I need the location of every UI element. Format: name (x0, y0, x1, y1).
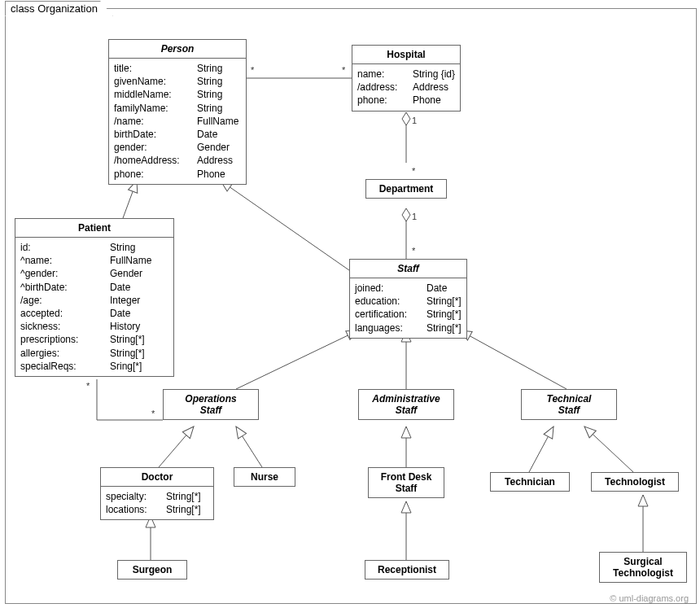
class-surgeon: Surgeon (117, 560, 187, 580)
class-patient: Patient id:String^name:FullName^gender:G… (15, 218, 174, 377)
multiplicity: * (412, 246, 415, 256)
class-title: Hospital (352, 46, 460, 64)
class-title: Person (109, 40, 246, 59)
class-title: Receptionist (365, 561, 448, 579)
class-title: Department (366, 180, 446, 198)
class-title: Operations Staff (164, 390, 258, 419)
class-receptionist: Receptionist (365, 560, 449, 580)
class-title: Doctor (101, 468, 213, 487)
multiplicity: 1 (412, 212, 417, 221)
class-title: Administrative Staff (359, 390, 453, 419)
frame-title: class Organization (5, 1, 113, 16)
class-department: Department (365, 179, 447, 199)
multiplicity: * (251, 65, 254, 75)
class-title: Staff (350, 260, 466, 278)
credit-text: © uml-diagrams.org (610, 593, 689, 603)
class-title: Patient (15, 219, 173, 238)
class-operations-staff: Operations Staff (163, 389, 259, 420)
class-title: Nurse (234, 468, 295, 486)
class-title: Technologist (592, 473, 678, 491)
multiplicity: * (151, 409, 155, 418)
class-person: Person title:StringgivenName:Stringmiddl… (108, 39, 247, 185)
class-technician: Technician (490, 472, 570, 492)
multiplicity: * (412, 166, 415, 176)
multiplicity: * (342, 65, 345, 75)
multiplicity: 1 (412, 116, 417, 125)
multiplicity: * (86, 381, 90, 391)
class-hospital: Hospital name:String {id}/address:Addres… (352, 45, 461, 112)
class-technologist: Technologist (591, 472, 679, 492)
class-title: Technical Staff (522, 390, 616, 419)
class-doctor: Doctor specialty:String[*]locations:Stri… (100, 467, 214, 520)
class-front-desk-staff: Front Desk Staff (368, 467, 444, 498)
class-administrative-staff: Administrative Staff (358, 389, 454, 420)
class-technical-staff: Technical Staff (521, 389, 617, 420)
class-staff: Staff joined:Dateeducation:String[*]cert… (349, 259, 467, 339)
class-title: Technician (491, 473, 569, 491)
class-title: Front Desk Staff (369, 468, 444, 497)
class-surgical-technologist: Surgical Technologist (599, 552, 687, 583)
class-title: Surgeon (118, 561, 186, 579)
class-title: Surgical Technologist (600, 553, 686, 582)
class-nurse: Nurse (234, 467, 295, 487)
